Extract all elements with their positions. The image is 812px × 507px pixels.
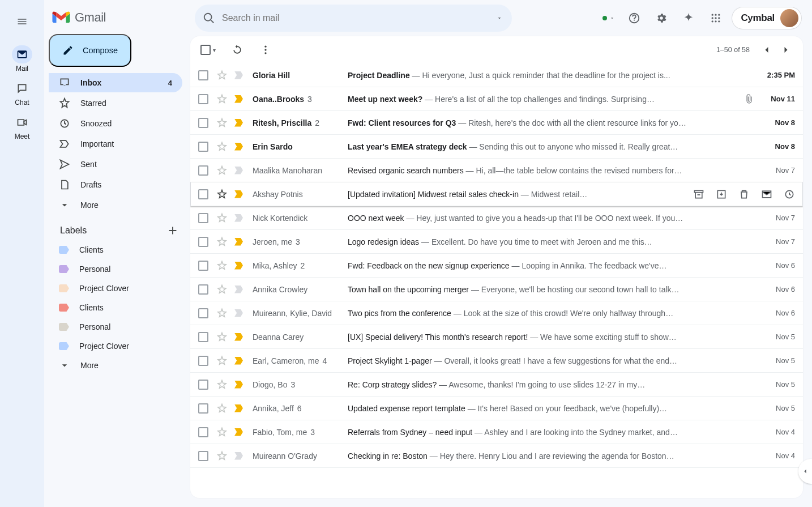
star-button[interactable] <box>216 379 228 390</box>
rail-item-meet[interactable]: Meet <box>12 110 32 144</box>
importance-marker[interactable] <box>234 95 246 103</box>
email-row[interactable]: Earl, Cameron, me 4 Project Skylight 1-p… <box>190 349 803 373</box>
email-row[interactable]: Fabio, Tom, me 3 Referrals from Sydney –… <box>190 420 803 444</box>
email-row[interactable]: Annika Crowley Town hall on the upcoming… <box>190 278 803 301</box>
importance-marker[interactable] <box>234 119 246 127</box>
move-to-inbox-button[interactable] <box>716 189 727 200</box>
importance-marker[interactable] <box>234 238 246 246</box>
search-bar[interactable] <box>195 5 512 32</box>
search-options-button[interactable] <box>493 11 506 25</box>
star-button[interactable] <box>216 93 228 105</box>
email-checkbox[interactable] <box>198 213 208 223</box>
importance-marker[interactable] <box>234 381 246 389</box>
importance-marker[interactable] <box>234 452 246 460</box>
email-checkbox[interactable] <box>198 332 208 342</box>
email-row[interactable]: Deanna Carey [UX] Special delivery! This… <box>190 325 803 349</box>
importance-marker[interactable] <box>234 71 246 79</box>
select-all-checkbox[interactable] <box>200 45 211 55</box>
more-button[interactable] <box>259 43 272 57</box>
prev-page-button[interactable] <box>760 43 773 57</box>
search-input[interactable] <box>222 13 486 23</box>
importance-marker[interactable] <box>234 143 246 151</box>
star-button[interactable] <box>216 117 228 129</box>
apps-button[interactable] <box>704 7 727 29</box>
label-item[interactable]: Personal <box>49 259 190 279</box>
snooze-button[interactable] <box>784 189 795 200</box>
support-button[interactable] <box>623 7 646 29</box>
email-checkbox[interactable] <box>198 165 208 176</box>
star-button[interactable] <box>216 450 228 462</box>
email-row[interactable]: Diogo, Bo 3 Re: Corp strategy slides? — … <box>190 373 803 397</box>
status-indicator[interactable] <box>599 7 618 29</box>
gmail-logo[interactable]: Gmail <box>49 5 190 29</box>
email-row[interactable]: Mika, Ashley 2 Fwd: Feedback on the new … <box>190 254 803 278</box>
nav-item-more[interactable]: More <box>49 195 182 215</box>
email-checkbox[interactable] <box>198 308 208 318</box>
label-item[interactable]: Clients <box>49 298 190 317</box>
importance-marker[interactable] <box>234 428 246 436</box>
next-page-button[interactable] <box>779 43 793 57</box>
nav-item-starred[interactable]: Starred <box>49 93 182 113</box>
email-row[interactable]: Ritesh, Priscilla 2 Fwd: Client resource… <box>190 111 803 135</box>
email-checkbox[interactable] <box>198 94 208 104</box>
rail-item-mail[interactable]: Mail <box>12 42 32 76</box>
mark-unread-button[interactable] <box>761 189 772 200</box>
star-button[interactable] <box>216 284 228 295</box>
email-checkbox[interactable] <box>198 284 208 295</box>
archive-button[interactable] <box>693 189 704 200</box>
star-button[interactable] <box>216 331 228 343</box>
email-row[interactable]: Nick Kortendick OOO next week — Hey, jus… <box>190 206 803 230</box>
label-item[interactable]: Personal <box>49 317 190 336</box>
email-row[interactable]: Erin Sardo Last year's EMEA strategy dec… <box>190 135 803 159</box>
email-row[interactable]: Muireann, Kylie, David Two pics from the… <box>190 301 803 325</box>
email-row[interactable]: Akshay Potnis [Updated invitation] Midwe… <box>190 182 803 206</box>
email-row[interactable]: Maalika Manoharan Revised organic search… <box>190 159 803 182</box>
star-button[interactable] <box>216 403 228 414</box>
nav-item-inbox[interactable]: Inbox4 <box>49 73 182 92</box>
label-item[interactable]: Project Clover <box>49 336 190 356</box>
star-button[interactable] <box>216 189 228 200</box>
importance-marker[interactable] <box>234 286 246 293</box>
delete-button[interactable] <box>738 189 750 200</box>
compose-button[interactable]: Compose <box>49 34 131 67</box>
email-row[interactable]: Muireann O'Grady Checking in re: Boston … <box>190 444 803 468</box>
star-button[interactable] <box>216 355 228 367</box>
importance-marker[interactable] <box>234 404 246 412</box>
star-button[interactable] <box>216 70 228 81</box>
refresh-button[interactable] <box>230 43 244 57</box>
email-checkbox[interactable] <box>198 118 208 128</box>
importance-marker[interactable] <box>234 357 246 365</box>
star-button[interactable] <box>216 212 228 224</box>
nav-item-drafts[interactable]: Drafts <box>49 175 182 194</box>
nav-item-snoozed[interactable]: Snoozed <box>49 114 182 133</box>
label-item[interactable]: Clients <box>49 240 190 259</box>
email-row[interactable]: Annika, Jeff 6 Updated expense report te… <box>190 397 803 420</box>
email-row[interactable]: Gloria Hill Project Deadline — Hi everyo… <box>190 63 803 87</box>
nav-item-important[interactable]: Important <box>49 134 182 154</box>
nav-item-sent[interactable]: Sent <box>49 155 182 174</box>
email-checkbox[interactable] <box>198 427 208 437</box>
main-menu-button[interactable] <box>8 8 36 35</box>
label-item[interactable]: Project Clover <box>49 279 190 298</box>
star-button[interactable] <box>216 260 228 271</box>
settings-button[interactable] <box>650 7 673 29</box>
select-all-dropdown[interactable]: ▾ <box>213 47 216 53</box>
labels-more[interactable]: More <box>49 356 190 375</box>
email-checkbox[interactable] <box>198 70 208 80</box>
star-button[interactable] <box>216 141 228 152</box>
account-chip[interactable]: Cymbal <box>732 7 802 29</box>
star-button[interactable] <box>216 236 228 248</box>
gemini-button[interactable] <box>677 7 700 29</box>
email-row[interactable]: Jeroen, me 3 Logo redesign ideas — Excel… <box>190 230 803 254</box>
email-checkbox[interactable] <box>198 189 208 199</box>
email-checkbox[interactable] <box>198 451 208 461</box>
star-button[interactable] <box>216 308 228 319</box>
importance-marker[interactable] <box>234 309 246 317</box>
email-checkbox[interactable] <box>198 142 208 152</box>
email-checkbox[interactable] <box>198 403 208 414</box>
email-checkbox[interactable] <box>198 261 208 271</box>
importance-marker[interactable] <box>234 333 246 341</box>
star-button[interactable] <box>216 165 228 176</box>
email-row[interactable]: Oana..Brooks 3 Meet up next week? — Here… <box>190 87 803 111</box>
add-label-button[interactable] <box>166 224 179 237</box>
